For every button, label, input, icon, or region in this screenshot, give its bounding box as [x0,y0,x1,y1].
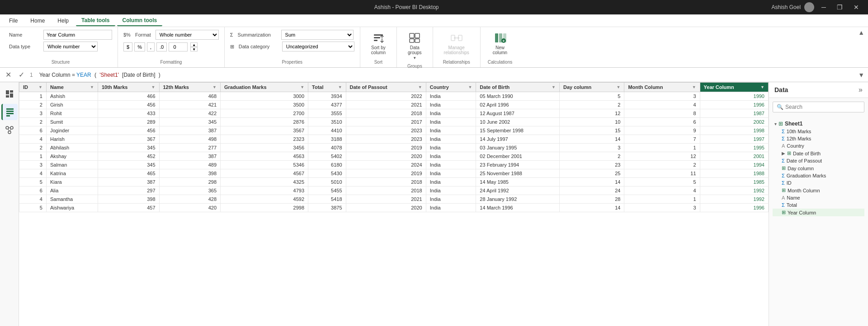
sheet1-label: Sheet1 [785,121,802,127]
decimal-down[interactable]: ▼ [190,47,198,51]
field-item-12th-marks[interactable]: Σ12th Marks [773,135,864,142]
calculations-label: Calculations [488,58,512,65]
format-select[interactable]: Whole number [156,30,219,40]
decimal-inc-button[interactable]: .0 [156,42,167,51]
title-bar-title: Ashish - Power BI Desktop [42,4,771,10]
field-item-graduation-marks[interactable]: ΣGraduation Marks [773,172,864,179]
field-expand-icon[interactable]: ▶ [782,151,785,156]
field-item-label: ID [787,180,792,186]
table-cell: 10 June 2002 [476,118,560,126]
data-type-select[interactable]: Whole number [43,42,98,51]
field-item-label: Total [787,202,797,208]
table-cell: 387 [159,152,221,161]
field-type-icon: A [782,195,785,200]
col-header-grad[interactable]: Graduation Marks ▼ [221,83,308,92]
col-header-id[interactable]: ID ▼ [19,83,47,92]
table-cell: 2001 [700,152,768,161]
field-item-10th-marks[interactable]: Σ10th Marks [773,128,864,135]
decimal-up[interactable]: ▲ [190,42,198,47]
menu-file[interactable]: File [4,16,23,26]
table-cell: 452 [98,152,160,161]
ribbon-collapse-button[interactable]: ▲ [858,29,864,36]
formula-confirm-button[interactable]: ✓ [17,70,26,80]
table-cell: 2017 [346,118,426,126]
field-item-date-of-birth[interactable]: ▶⊞Date of Birth [773,149,864,157]
sheet1-expand-icon[interactable]: ▾ [774,121,777,126]
data-groups-button[interactable]: Datagroups ▼ [404,30,425,62]
col-header-10th[interactable]: 10th Marks ▼ [98,83,160,92]
sheet1-table-icon: ⊞ [778,121,783,127]
menu-help[interactable]: Help [52,16,74,26]
field-item-country[interactable]: ACountry [773,142,864,149]
ribbon-collapse[interactable]: ▲ [858,27,864,67]
col-header-12th[interactable]: 12th Marks ▼ [159,83,221,92]
summarization-select[interactable]: Sum [281,30,354,40]
svg-rect-23 [6,113,14,114]
formula-cancel-button[interactable]: ✕ [4,70,13,80]
table-cell: 4563 [221,152,308,161]
field-item-total[interactable]: ΣTotal [773,201,864,209]
data-view-button[interactable] [1,104,18,120]
table-cell: Harish [46,135,98,144]
table-cell: Girish [46,101,98,109]
menu-column-tools[interactable]: Column tools [117,15,163,26]
col-header-year[interactable]: Year Column ▼ [700,83,768,92]
table-cell: 277 [159,144,221,152]
col-header-dob[interactable]: Date of Birth ▼ [476,83,560,92]
currency-button[interactable]: $ [123,42,132,51]
col-header-country[interactable]: Country ▼ [426,83,476,92]
close-button[interactable]: ✕ [850,3,863,12]
col-header-passout[interactable]: Date of Passout ▼ [346,83,426,92]
sort-section: Sort bycolumn Sort [360,27,397,67]
col-header-month[interactable]: Month Column ▼ [624,83,700,92]
table-cell: 4 [624,186,700,195]
field-item-month-column[interactable]: ⊞Month Column [773,186,864,194]
menu-table-tools[interactable]: Table tools [76,15,115,26]
col-header-total[interactable]: Total ▼ [308,83,346,92]
svg-rect-18 [10,90,13,93]
data-category-select[interactable]: Uncategorized [282,42,354,51]
new-column-button[interactable]: + Newcolumn [489,30,511,57]
data-groups-chevron: ▼ [413,56,416,60]
svg-point-11 [458,37,459,39]
formula-expand-chevron[interactable]: ▼ [858,71,864,79]
table-cell: India [426,109,476,118]
svg-rect-19 [6,95,9,98]
field-item-date-of-passout[interactable]: ΣDate of Passout [773,157,864,164]
table-cell: 1 [624,195,700,204]
right-panel-expand-button[interactable]: » [859,86,863,94]
table-cell: 2 [559,101,624,109]
table-cell: 3500 [221,101,308,109]
col-header-day[interactable]: Day column ▼ [559,83,624,92]
formula-content[interactable]: Year Column = YEAR ( 'Sheet1' [Date of B… [39,72,854,78]
table-cell: 6 [624,118,700,126]
comma-button[interactable]: , [147,42,155,51]
table-cell: 23 February 1994 [476,161,560,169]
col-header-name[interactable]: Name ▼ [46,83,98,92]
search-box[interactable]: 🔍 [773,102,864,112]
model-view-button[interactable] [1,122,18,138]
sort-by-column-button[interactable]: Sort bycolumn [368,30,389,57]
minimize-button[interactable]: ─ [818,3,830,12]
field-item-day-column[interactable]: ⊞Day column [773,164,864,172]
field-item-year-column[interactable]: ⊞Year Column [773,209,864,216]
name-input[interactable] [43,30,112,40]
table-cell: 14 March 1996 [476,204,560,212]
data-type-label: Data type [9,44,41,49]
field-item-id[interactable]: ΣID [773,179,864,186]
menu-home[interactable]: Home [25,16,50,26]
table-cell: 5 [559,92,624,101]
field-item-name[interactable]: AName [773,194,864,201]
formula-function: YEAR [76,72,91,78]
table-cell: 5402 [308,152,346,161]
report-view-button[interactable] [1,86,18,102]
table-cell: 2018 [346,186,426,195]
percent-button[interactable]: % [134,42,145,51]
search-input[interactable] [785,104,860,110]
sort-by-column-label: Sort bycolumn [371,45,386,55]
maximize-button[interactable]: ❐ [833,3,846,12]
decimal-input[interactable] [169,44,187,50]
table-cell: 5 [19,204,47,212]
sheet1-header[interactable]: ▾ ⊞ Sheet1 [773,120,864,128]
table-cell: 7 [624,135,700,144]
